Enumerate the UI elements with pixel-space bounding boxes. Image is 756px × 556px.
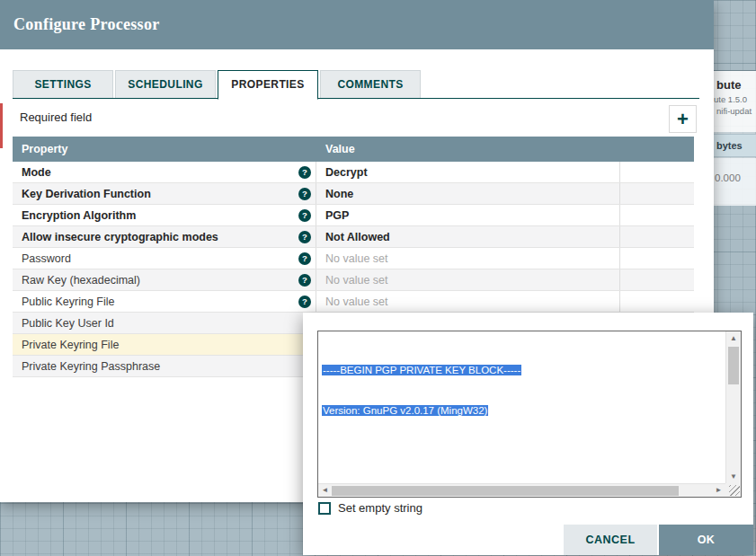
row-actions-cell (620, 226, 694, 247)
processor-stat-value: 0.000 (715, 172, 741, 183)
table-row[interactable]: Password? No value set (13, 248, 694, 269)
property-name: Raw Key (hexadecimal) (22, 274, 140, 287)
vertical-scrollbar[interactable]: ▲ ▼ (725, 331, 741, 483)
help-icon[interactable]: ? (298, 231, 311, 243)
add-property-button[interactable]: + (669, 105, 697, 133)
help-icon[interactable]: ? (298, 274, 311, 287)
set-empty-string-label: Set empty string (338, 501, 422, 515)
tab-comments[interactable]: COMMENTS (320, 70, 421, 98)
row-actions-cell (620, 248, 694, 269)
property-value[interactable]: No value set (316, 291, 620, 312)
processor-fragment[interactable]: bute ute 1.5.0 nifi-updat bytes 0.000 (709, 70, 756, 205)
tab-settings[interactable]: SETTINGS (13, 70, 113, 98)
vertical-scroll-thumb[interactable] (728, 347, 739, 384)
property-value[interactable]: PGP (316, 205, 620, 225)
horizontal-scroll-thumb[interactable] (332, 486, 679, 496)
processor-bundle-fragment: nifi-updat (716, 106, 752, 116)
column-header-value: Value (316, 143, 620, 155)
property-value[interactable]: None (316, 183, 620, 204)
property-name: Mode (22, 166, 51, 179)
value-editor-popup: -----BEGIN PGP PRIVATE KEY BLOCK----- Ve… (303, 313, 753, 555)
tab-bar: SETTINGS SCHEDULING PROPERTIES COMMENTS (13, 70, 699, 99)
table-row[interactable]: Public Keyring File? No value set (13, 291, 694, 313)
scroll-up-icon[interactable]: ▲ (726, 331, 741, 345)
set-empty-string-checkbox[interactable] (318, 502, 331, 515)
table-row[interactable]: Key Derivation Function? None (13, 183, 694, 205)
scroll-right-icon[interactable]: ► (712, 484, 725, 497)
dialog-header: Configure Processor (0, 0, 714, 49)
property-value[interactable]: Not Allowed (316, 226, 620, 247)
table-row[interactable]: Raw Key (hexadecimal)? No value set (13, 269, 694, 291)
help-icon[interactable]: ? (298, 252, 311, 265)
dialog-title: Configure Processor (13, 15, 160, 34)
scrollbar-corner (725, 483, 741, 497)
property-name: Password (22, 252, 71, 265)
processor-title-fragment: bute (716, 78, 741, 92)
property-value[interactable]: Decrypt (316, 162, 620, 182)
table-header-row: Property Value (13, 137, 694, 162)
plus-icon: + (677, 108, 689, 130)
key-text-line: -----BEGIN PGP PRIVATE KEY BLOCK----- (322, 365, 521, 375)
row-actions-cell (620, 269, 694, 290)
cancel-button[interactable]: CANCEL (564, 525, 657, 555)
row-actions-cell (620, 183, 694, 204)
processor-stat-label: bytes (716, 140, 743, 151)
scroll-down-icon[interactable]: ▼ (726, 470, 741, 483)
row-actions-cell (620, 205, 694, 225)
property-name: Public Keyring File (22, 296, 115, 308)
ok-button[interactable]: OK (659, 525, 753, 555)
property-name: Public Key User Id (22, 317, 114, 330)
property-value[interactable]: No value set (316, 248, 620, 269)
property-name: Encryption Algorithm (22, 209, 136, 222)
required-field-label: Required field (20, 110, 92, 124)
property-name: Private Keyring File (22, 339, 119, 351)
help-icon[interactable]: ? (298, 188, 311, 200)
table-row[interactable]: Encryption Algorithm? PGP (13, 205, 694, 226)
processor-stat-band: bytes (710, 134, 756, 157)
table-row[interactable]: Allow insecure cryptographic modes? Not … (13, 226, 694, 248)
key-text-line: Version: GnuPG v2.0.17 (MingW32) (322, 405, 488, 416)
processor-stat-band: 0.000 (710, 158, 756, 206)
property-name: Key Derivation Function (22, 188, 151, 200)
tab-properties[interactable]: PROPERTIES (218, 70, 318, 100)
table-row[interactable]: Mode? Decrypt (13, 162, 694, 183)
key-text: -----BEGIN PGP PRIVATE KEY BLOCK----- Ve… (322, 337, 723, 482)
processor-version-fragment: ute 1.5.0 (714, 94, 747, 104)
row-actions-cell (620, 291, 694, 312)
value-editor-textarea[interactable]: -----BEGIN PGP PRIVATE KEY BLOCK----- Ve… (317, 331, 742, 498)
property-value[interactable]: No value set (316, 269, 620, 290)
property-name: Private Keyring Passphrase (22, 360, 160, 373)
help-icon[interactable]: ? (298, 209, 311, 222)
horizontal-scrollbar[interactable]: ◄ ► (318, 483, 725, 497)
help-icon[interactable]: ? (298, 296, 311, 308)
help-icon[interactable]: ? (298, 166, 311, 179)
property-name: Allow insecure cryptographic modes (22, 231, 218, 243)
resize-grip[interactable] (729, 485, 740, 496)
row-actions-cell (620, 162, 694, 182)
column-header-property: Property (13, 143, 316, 155)
canvas-red-component-fragment (0, 103, 3, 148)
scroll-left-icon[interactable]: ◄ (318, 484, 332, 497)
tab-scheduling[interactable]: SCHEDULING (115, 70, 216, 98)
